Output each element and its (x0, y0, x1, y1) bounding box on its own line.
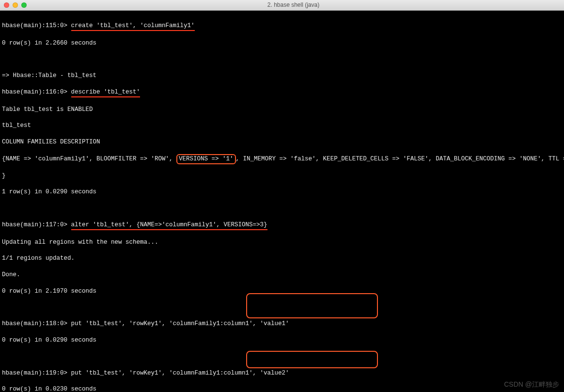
output-line: Table tbl_test is ENABLED (2, 106, 562, 114)
prompt: hbase(main):118:0> (2, 320, 67, 327)
desc-part: , IN_MEMORY => 'false', KEEP_DELETED_CEL… (236, 156, 564, 162)
prompt: hbase(main):117:0> (2, 221, 67, 228)
cmd-alter: alter 'tbl_test', {NAME=>'columnFamily1'… (71, 221, 267, 230)
output-line: => Hbase::Table - tbl_test (2, 72, 562, 80)
cmd-put: put 'tbl_test', 'rowKey1', 'columnFamily… (71, 320, 289, 327)
close-icon[interactable] (4, 2, 9, 8)
traffic-lights (4, 2, 27, 8)
prompt: hbase(main):116:0> (2, 89, 67, 95)
output-line: 0 row(s) in 2.1970 seconds (2, 287, 562, 296)
output-line: 1/1 regions updated. (2, 254, 562, 263)
cmd-create: create 'tbl_test', 'columnFamily1' (71, 22, 195, 31)
desc-part: {NAME => 'columnFamily1', BLOOMFILTER =>… (2, 156, 176, 162)
output-line: 1 row(s) in 0.0290 seconds (2, 188, 562, 196)
output-line: 0 row(s) in 0.0290 seconds (2, 336, 562, 345)
output-line: 0 row(s) in 2.2660 seconds (2, 39, 562, 47)
output-line: } (2, 172, 562, 180)
cmd-describe: describe 'tbl_test' (71, 88, 141, 97)
output-line: 0 row(s) in 0.0230 seconds (2, 385, 562, 392)
prompt: hbase(main):119:0> (2, 370, 67, 376)
minimize-icon[interactable] (13, 2, 18, 8)
window-title: 2. hbase shell (java) (267, 1, 319, 9)
output-line: Done. (2, 271, 562, 279)
cmd-put: put 'tbl_test', 'rowKey1', 'columnFamily… (71, 370, 289, 376)
terminal-output[interactable]: hbase(main):115:0> create 'tbl_test', 'c… (0, 11, 564, 392)
versions-highlight: VERSIONS => '1' (176, 154, 236, 164)
window-titlebar: 2. hbase shell (java) (0, 0, 564, 11)
output-line: COLUMN FAMILIES DESCRIPTION (2, 138, 562, 146)
maximize-icon[interactable] (21, 2, 27, 8)
output-line: tbl_test (2, 122, 562, 130)
output-line: Updating all regions with the new schema… (2, 238, 562, 247)
prompt: hbase(main):115:0> (2, 22, 67, 29)
